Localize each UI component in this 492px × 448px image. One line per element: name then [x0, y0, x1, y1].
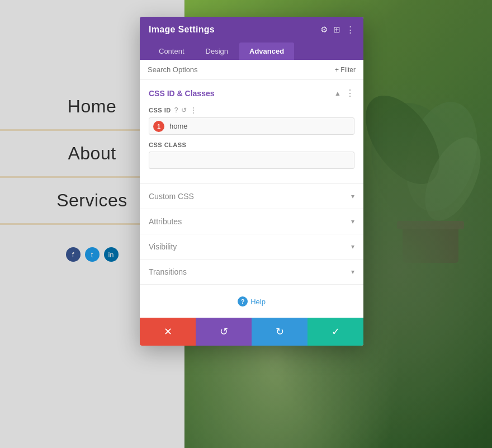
section-transitions: Transitions ▾: [140, 260, 363, 285]
help-label: Help: [250, 298, 266, 306]
modal-overlay: Image Settings ⚙ ⊞ ⋮ Content Design Adva…: [0, 0, 492, 448]
tab-design[interactable]: Design: [196, 43, 238, 60]
modal-header: Image Settings ⚙ ⊞ ⋮: [140, 17, 363, 43]
help-circle-icon: ?: [238, 296, 248, 306]
css-class-label: CSS Class: [149, 142, 186, 148]
css-class-input[interactable]: [149, 152, 354, 169]
attributes-title: Attributes: [149, 217, 182, 226]
css-class-field-group: CSS Class: [149, 142, 354, 169]
modal-tabs: Content Design Advanced: [140, 43, 363, 60]
search-bar: + Filter: [140, 60, 363, 80]
help-section: ? Help: [140, 285, 363, 318]
section-attributes-header[interactable]: Attributes ▾: [140, 209, 363, 234]
reset-button[interactable]: ↺: [196, 318, 252, 346]
more-icon[interactable]: ⋮: [346, 25, 354, 35]
section-header-icons: ▲ ⋮: [334, 88, 354, 98]
help-link[interactable]: ? Help: [238, 296, 266, 306]
more-field-icon[interactable]: ⋮: [190, 106, 197, 114]
tab-content[interactable]: Content: [149, 43, 195, 60]
section-icons-5: ▾: [351, 268, 354, 276]
css-id-input[interactable]: [149, 117, 354, 135]
settings-icon[interactable]: ⚙: [320, 25, 328, 35]
css-id-field-group: CSS ID ? ↺ ⋮ 1: [149, 106, 354, 135]
section-more-icon[interactable]: ⋮: [346, 88, 354, 98]
css-id-label: CSS ID: [149, 107, 171, 114]
modal-content: CSS ID & Classes ▲ ⋮ CSS ID ? ↺ ⋮: [140, 80, 363, 318]
custom-css-chevron[interactable]: ▾: [351, 192, 354, 200]
section-custom-css: Custom CSS ▾: [140, 184, 363, 209]
help-icon[interactable]: ?: [174, 106, 178, 114]
css-id-input-wrapper: 1: [149, 117, 354, 135]
cancel-button[interactable]: ✕: [140, 318, 196, 346]
filter-button[interactable]: + Filter: [335, 66, 356, 74]
tab-advanced[interactable]: Advanced: [239, 43, 294, 60]
section-transitions-header[interactable]: Transitions ▾: [140, 260, 363, 284]
section-icons-3: ▾: [351, 218, 354, 225]
modal-title: Image Settings: [149, 25, 215, 35]
section-css-id-classes: CSS ID & Classes ▲ ⋮ CSS ID ? ↺ ⋮: [140, 80, 363, 184]
transitions-title: Transitions: [149, 267, 187, 276]
layout-icon[interactable]: ⊞: [333, 25, 340, 35]
css-id-classes-title: CSS ID & Classes: [149, 89, 215, 98]
transitions-chevron[interactable]: ▾: [351, 268, 354, 276]
redo-button[interactable]: ↻: [252, 318, 308, 346]
section-attributes: Attributes ▾: [140, 209, 363, 234]
section-css-id-classes-header[interactable]: CSS ID & Classes ▲ ⋮: [140, 80, 363, 106]
section-visibility: Visibility ▾: [140, 234, 363, 260]
modal-header-icons: ⚙ ⊞ ⋮: [320, 25, 354, 35]
section-icons-4: ▾: [351, 243, 354, 251]
attributes-chevron[interactable]: ▾: [351, 218, 354, 225]
css-id-label-row: CSS ID ? ↺ ⋮: [149, 106, 354, 114]
section-visibility-header[interactable]: Visibility ▾: [140, 234, 363, 259]
visibility-title: Visibility: [149, 242, 177, 251]
search-input[interactable]: [148, 65, 335, 74]
css-class-input-wrapper: [149, 152, 354, 169]
collapse-icon[interactable]: ▲: [334, 89, 341, 97]
section-icons-2: ▾: [351, 192, 354, 200]
css-id-classes-body: CSS ID ? ↺ ⋮ 1 CSS Class: [140, 106, 363, 183]
image-settings-modal: Image Settings ⚙ ⊞ ⋮ Content Design Adva…: [140, 17, 363, 346]
reset-field-icon[interactable]: ↺: [181, 106, 187, 114]
css-class-label-row: CSS Class: [149, 142, 354, 148]
css-id-badge: 1: [153, 121, 164, 132]
visibility-chevron[interactable]: ▾: [351, 243, 354, 251]
custom-css-title: Custom CSS: [149, 192, 194, 201]
save-button[interactable]: ✓: [308, 318, 363, 346]
modal-footer: ✕ ↺ ↻ ✓: [140, 318, 363, 346]
section-custom-css-header[interactable]: Custom CSS ▾: [140, 184, 363, 209]
